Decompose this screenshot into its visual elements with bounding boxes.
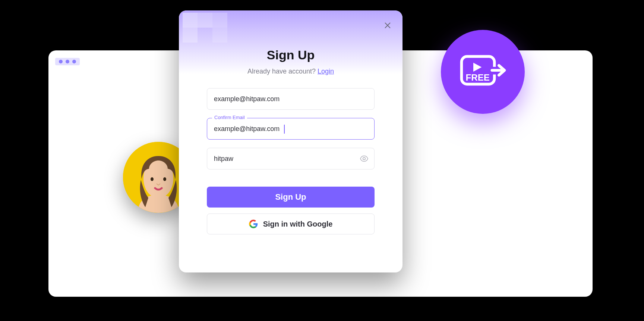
free-badge-text: FREE — [465, 72, 489, 82]
email-field[interactable] — [207, 88, 375, 110]
dot-icon — [59, 60, 63, 63]
login-link[interactable]: Login — [318, 68, 334, 75]
svg-point-1 — [151, 177, 154, 181]
dot-icon — [66, 60, 69, 63]
dot-icon — [72, 60, 76, 63]
google-icon — [249, 219, 258, 228]
google-signin-button[interactable]: Sign in with Google — [207, 214, 375, 234]
svg-point-2 — [163, 177, 166, 181]
google-signin-label: Sign in with Google — [263, 220, 333, 228]
text-caret — [284, 125, 285, 134]
svg-point-6 — [363, 158, 365, 160]
signup-modal: Sign Up Already have account? Login Conf… — [179, 10, 402, 272]
confirm-email-field-wrapper: Confirm Email — [207, 118, 375, 140]
email-field-wrapper — [207, 88, 375, 110]
window-traffic-lights — [55, 58, 80, 65]
signup-button[interactable]: Sign Up — [207, 187, 375, 208]
modal-title: Sign Up — [267, 48, 315, 62]
confirm-email-field[interactable] — [207, 118, 375, 140]
password-field-wrapper — [207, 148, 375, 169]
already-have-account: Already have account? Login — [247, 68, 334, 75]
password-field[interactable] — [207, 148, 375, 169]
already-text: Already have account? — [247, 68, 318, 75]
free-badge: FREE — [441, 30, 525, 114]
toggle-password-visibility-button[interactable] — [359, 153, 369, 164]
svg-marker-5 — [473, 62, 482, 71]
confirm-email-label: Confirm Email — [212, 115, 247, 120]
export-free-icon: FREE — [459, 52, 507, 93]
eye-icon — [360, 154, 369, 163]
